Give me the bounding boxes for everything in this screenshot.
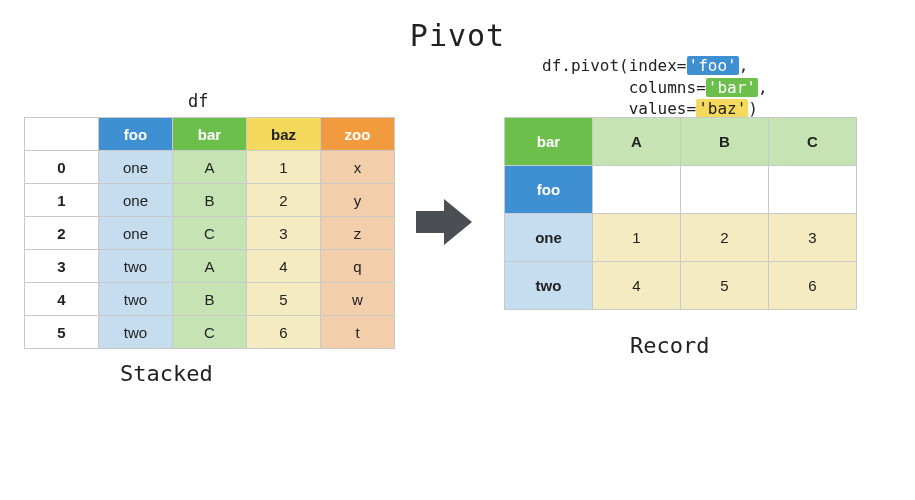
cell: 3 bbox=[247, 217, 321, 250]
table-row: 5 two C 6 t bbox=[25, 316, 395, 349]
cell: one bbox=[99, 151, 173, 184]
cell: A bbox=[173, 250, 247, 283]
table-row: 0 one A 1 x bbox=[25, 151, 395, 184]
pivot-diagram: Pivot df.pivot(index='foo', columns='bar… bbox=[0, 0, 915, 500]
code-arg-index: 'foo' bbox=[687, 56, 739, 75]
col-index-name: bar bbox=[505, 118, 593, 166]
code-text bbox=[542, 99, 629, 118]
code-arg-values: 'baz' bbox=[696, 99, 748, 118]
code-text: ) bbox=[748, 99, 758, 118]
right-caption: Record bbox=[630, 333, 709, 358]
cell: y bbox=[321, 184, 395, 217]
col-header: A bbox=[593, 118, 681, 166]
cell: C bbox=[173, 316, 247, 349]
cell: 4 bbox=[247, 250, 321, 283]
table-row: 3 two A 4 q bbox=[25, 250, 395, 283]
cell: 4 bbox=[593, 262, 681, 310]
cell: 3 bbox=[769, 214, 857, 262]
code-text: , bbox=[758, 78, 768, 97]
row-index: 0 bbox=[25, 151, 99, 184]
cell: 2 bbox=[247, 184, 321, 217]
cell bbox=[769, 166, 857, 214]
index-corner bbox=[25, 118, 99, 151]
cell: one bbox=[99, 217, 173, 250]
stage: df.pivot(index='foo', columns='bar', val… bbox=[0, 73, 915, 453]
table-row: bar A B C bbox=[505, 118, 857, 166]
col-header: foo bbox=[99, 118, 173, 151]
row-index: 5 bbox=[25, 316, 99, 349]
row-index: 2 bbox=[25, 217, 99, 250]
table-row: 4 two B 5 w bbox=[25, 283, 395, 316]
cell: C bbox=[173, 217, 247, 250]
df-name: df bbox=[188, 91, 208, 111]
row-index: one bbox=[505, 214, 593, 262]
table-row: one 1 2 3 bbox=[505, 214, 857, 262]
code-arg-columns: 'bar' bbox=[706, 78, 758, 97]
code-text: index= bbox=[629, 56, 687, 75]
cell: x bbox=[321, 151, 395, 184]
cell: two bbox=[99, 316, 173, 349]
cell: q bbox=[321, 250, 395, 283]
code-text bbox=[542, 78, 629, 97]
code-text: , bbox=[739, 56, 749, 75]
cell: 6 bbox=[247, 316, 321, 349]
col-header: B bbox=[681, 118, 769, 166]
cell: two bbox=[99, 283, 173, 316]
cell bbox=[593, 166, 681, 214]
col-header: zoo bbox=[321, 118, 395, 151]
cell: t bbox=[321, 316, 395, 349]
cell: 5 bbox=[681, 262, 769, 310]
cell: 6 bbox=[769, 262, 857, 310]
cell: 1 bbox=[247, 151, 321, 184]
cell: 1 bbox=[593, 214, 681, 262]
row-index-name: foo bbox=[505, 166, 593, 214]
stacked-table: foo bar baz zoo 0 one A 1 x 1 one B 2 y … bbox=[24, 117, 395, 349]
row-index: two bbox=[505, 262, 593, 310]
left-caption: Stacked bbox=[120, 361, 213, 386]
code-snippet: df.pivot(index='foo', columns='bar', val… bbox=[542, 55, 768, 120]
table-row: two 4 5 6 bbox=[505, 262, 857, 310]
table-row: 2 one C 3 z bbox=[25, 217, 395, 250]
cell: w bbox=[321, 283, 395, 316]
cell: B bbox=[173, 184, 247, 217]
cell: one bbox=[99, 184, 173, 217]
cell: A bbox=[173, 151, 247, 184]
code-text: df.pivot( bbox=[542, 56, 629, 75]
table-row: 1 one B 2 y bbox=[25, 184, 395, 217]
col-header: bar bbox=[173, 118, 247, 151]
col-header: C bbox=[769, 118, 857, 166]
cell: 2 bbox=[681, 214, 769, 262]
cell: two bbox=[99, 250, 173, 283]
cell: 5 bbox=[247, 283, 321, 316]
cell bbox=[681, 166, 769, 214]
cell: z bbox=[321, 217, 395, 250]
record-table: bar A B C foo one 1 2 3 two 4 5 6 bbox=[504, 117, 857, 310]
row-index: 1 bbox=[25, 184, 99, 217]
page-title: Pivot bbox=[0, 18, 915, 53]
row-index: 3 bbox=[25, 250, 99, 283]
table-row: foo bbox=[505, 166, 857, 214]
table-row: foo bar baz zoo bbox=[25, 118, 395, 151]
cell: B bbox=[173, 283, 247, 316]
arrow-right-icon bbox=[414, 197, 474, 247]
code-text: columns= bbox=[629, 78, 706, 97]
code-text: values= bbox=[629, 99, 696, 118]
col-header: baz bbox=[247, 118, 321, 151]
row-index: 4 bbox=[25, 283, 99, 316]
